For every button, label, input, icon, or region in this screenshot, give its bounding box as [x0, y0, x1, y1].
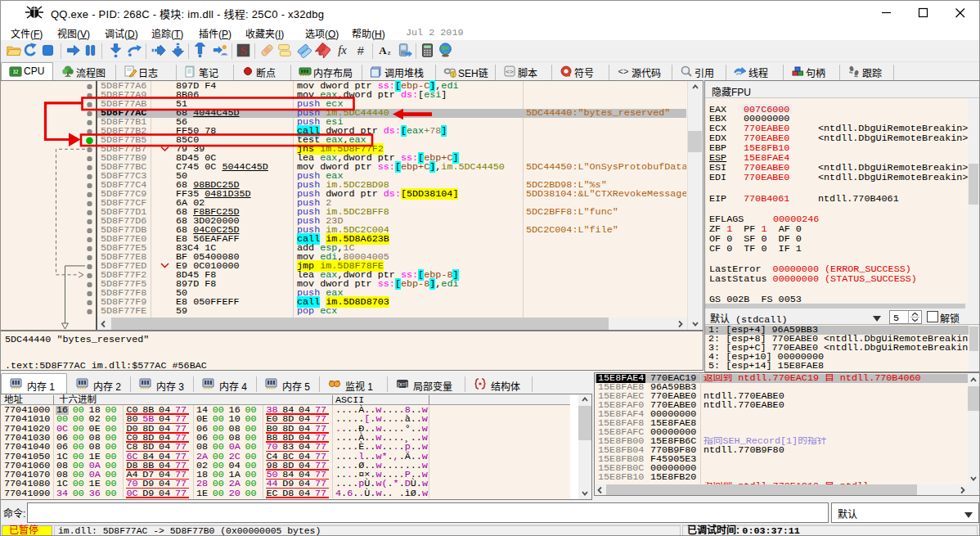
svg-text:#: #: [357, 44, 364, 57]
svg-text:32: 32: [12, 69, 19, 74]
svg-text:fx: fx: [338, 43, 347, 56]
svg-text:[x=]: [x=]: [398, 381, 407, 388]
svg-text:z: z: [387, 48, 390, 56]
svg-text:<>: <>: [618, 66, 629, 76]
svg-text:<>: <>: [506, 68, 514, 75]
svg-text:A: A: [379, 44, 387, 56]
svg-text:S: S: [240, 45, 246, 57]
svg-text:!: !: [452, 72, 454, 78]
